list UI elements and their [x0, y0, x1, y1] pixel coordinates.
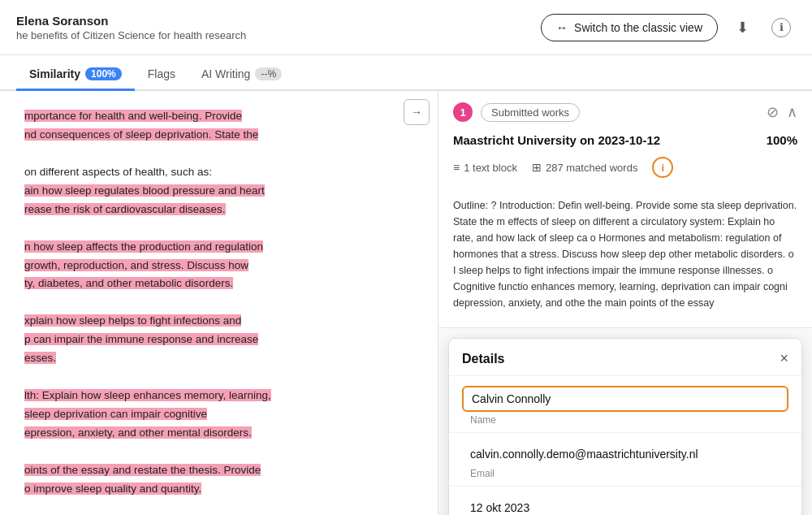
tab-ai-writing-label: AI Writing	[201, 67, 250, 80]
highlighted-text: p can impair the immune response and inc…	[24, 333, 258, 345]
author-name: Elena Soranson	[16, 14, 246, 28]
outline-text: Outline: ? Introduction: Defin well-bein…	[438, 189, 812, 311]
document-text: mportance for health and well-being. Pro…	[24, 107, 413, 515]
panel-bottom	[438, 311, 812, 327]
section-header: 1 Submitted works ⊘ ∧	[438, 91, 812, 130]
date-value: 12 okt 2023	[462, 496, 788, 515]
section-header-right: ⊘ ∧	[767, 103, 797, 121]
section-header-left: 1 Submitted works	[453, 102, 580, 122]
highlighted-text: rease the risk of cardiovascular disease…	[24, 203, 226, 215]
document-subtitle: he benefits of Citizen Science for healt…	[16, 29, 246, 41]
meta-row: ≡ 1 text block ⊞ 287 matched words i	[438, 154, 812, 189]
tab-flags[interactable]: Flags	[135, 59, 188, 91]
info-icon: ℹ	[771, 18, 791, 37]
text-line: on different aspects of health, such as:	[24, 166, 212, 178]
highlighted-text: esses.	[24, 352, 56, 364]
close-icon: ×	[780, 350, 788, 366]
info-circle-icon: i	[662, 162, 665, 174]
matched-words-count: 287 matched words	[546, 162, 637, 174]
submitted-badge: Submitted works	[481, 103, 580, 122]
classic-view-label: Switch to the classic view	[574, 21, 702, 34]
highlighted-text: ty, diabetes, and other metabolic disord…	[24, 277, 233, 289]
highlighted-text: lth: Explain how sleep enhances memory, …	[24, 389, 271, 401]
expand-icon: →	[411, 106, 422, 119]
text-block-icon: ≡	[453, 161, 460, 174]
tabs-bar: Similarity 100% Flags AI Writing --%	[0, 55, 812, 91]
section-number: 1	[453, 102, 473, 122]
highlighted-text: sleep deprivation can impair cognitive	[24, 408, 207, 420]
university-name: Maastricht University on 2023-10-12	[453, 133, 660, 147]
download-button[interactable]: ⬇	[728, 13, 757, 42]
highlighted-text: ain how sleep regulates blood pressure a…	[24, 184, 265, 197]
expand-panel-button[interactable]: →	[404, 99, 430, 125]
main-area: → mportance for health and well-being. P…	[0, 91, 812, 515]
ai-writing-badge: --%	[255, 67, 282, 80]
highlighted-text: growth, reproduction, and stress. Discus…	[24, 259, 248, 271]
download-icon: ⬇	[736, 19, 749, 37]
highlighted-text: mportance for health and well-being. Pro…	[24, 110, 242, 122]
highlighted-text: o improve sleep quality and quantity.	[24, 483, 201, 495]
submitted-section: 1 Submitted works ⊘ ∧ Maastricht Univers…	[438, 91, 812, 328]
document-panel: → mportance for health and well-being. P…	[0, 91, 438, 515]
name-field: Calvin Connolly Name	[449, 376, 801, 433]
email-value: calvin.connolly.demo@maastrichtuniversit…	[462, 443, 788, 465]
date-field: 12 okt 2023 Upload Date	[449, 487, 801, 515]
email-label: Email	[462, 468, 788, 479]
right-panel: 1 Submitted works ⊘ ∧ Maastricht Univers…	[438, 91, 812, 515]
tab-similarity-label: Similarity	[29, 67, 80, 80]
header-left: Elena Soranson he benefits of Citizen Sc…	[16, 14, 246, 41]
tab-similarity[interactable]: Similarity 100%	[16, 59, 135, 91]
tab-ai-writing[interactable]: AI Writing --%	[188, 59, 295, 91]
highlighted-text: epression, anxiety, and other mental dis…	[24, 426, 252, 439]
ban-icon: ⊘	[767, 104, 779, 120]
info-button[interactable]: ℹ	[767, 13, 796, 42]
right-panel-inner: 1 Submitted works ⊘ ∧ Maastricht Univers…	[438, 91, 812, 515]
ban-action-button[interactable]: ⊘	[767, 103, 779, 121]
text-blocks-count: 1 text block	[464, 162, 517, 174]
details-panel: Details × Calvin Connolly Name calvin.co…	[448, 338, 802, 515]
collapse-button[interactable]: ∧	[787, 103, 797, 121]
similarity-badge: 100%	[85, 67, 122, 80]
matched-words-meta: ⊞ 287 matched words	[532, 161, 637, 174]
highlighted-text: nd consequences of sleep deprivation. St…	[24, 128, 258, 141]
name-value: Calvin Connolly	[462, 386, 788, 412]
collapse-icon: ∧	[787, 104, 797, 120]
matched-icon: ⊞	[532, 161, 542, 174]
university-row: Maastricht University on 2023-10-12 100%	[438, 130, 812, 154]
highlighted-text: n how sleep affects the production and r…	[24, 240, 263, 253]
text-blocks-meta: ≡ 1 text block	[453, 161, 517, 174]
header-actions: ↔ Switch to the classic view ⬇ ℹ	[541, 13, 796, 42]
tab-flags-label: Flags	[148, 67, 175, 80]
details-header: Details ×	[449, 339, 801, 376]
source-info-button[interactable]: i	[652, 157, 673, 178]
highlighted-text: oints of the essay and restate the thesi…	[24, 464, 261, 476]
highlighted-text: xplain how sleep helps to fight infectio…	[24, 314, 241, 327]
classic-view-button[interactable]: ↔ Switch to the classic view	[541, 14, 718, 41]
details-close-button[interactable]: ×	[780, 350, 788, 367]
switch-icon: ↔	[556, 21, 568, 34]
header: Elena Soranson he benefits of Citizen Sc…	[0, 0, 812, 55]
details-title: Details	[462, 352, 504, 366]
match-percentage: 100%	[767, 133, 797, 147]
email-field: calvin.connolly.demo@maastrichtuniversit…	[449, 433, 801, 487]
name-label: Name	[462, 414, 788, 426]
